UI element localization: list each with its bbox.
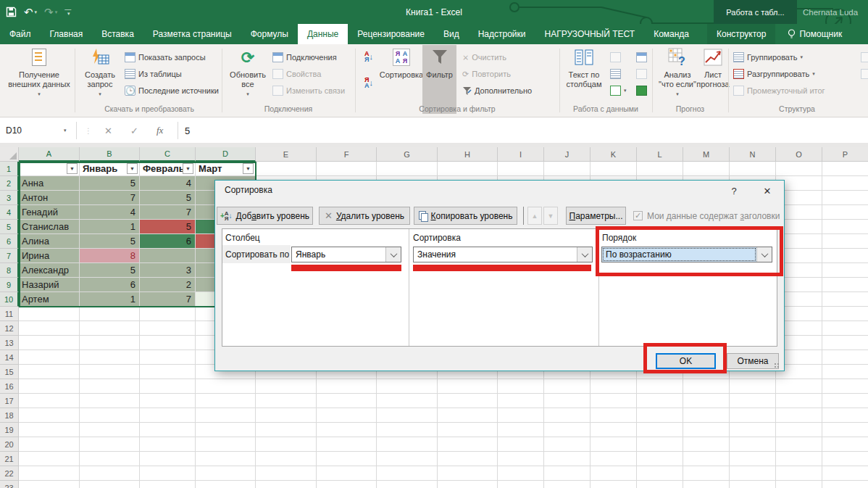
cell-E16[interactable] [256,379,317,394]
cell-C13[interactable] [140,336,196,350]
cell-J22[interactable] [544,466,591,481]
cell-B14[interactable] [80,350,140,365]
cell-L1[interactable] [637,162,683,176]
row-header-1[interactable]: 1 [0,162,19,176]
cell-C3[interactable]: 5 [140,191,196,205]
cell-O1[interactable] [776,162,822,176]
sort-az-button[interactable]: АЯ↓ [360,49,377,64]
filter-button-B1[interactable]: ▼ [127,163,138,174]
cell-A21[interactable] [19,452,80,466]
filter-button-C1[interactable]: ▼ [183,163,193,174]
clear-filter-button[interactable]: ⨯Очистить [462,50,506,65]
cell-G21[interactable] [377,452,438,466]
cell-K17[interactable] [591,394,637,408]
cell-A7[interactable]: Ирина [19,249,80,263]
data-validation-icon[interactable]: ▾ [610,83,627,98]
cell-B2[interactable]: 5 [80,176,140,191]
cell-A14[interactable] [19,350,80,365]
move-level-up-button[interactable]: ▲ [527,207,542,225]
cell-A6[interactable]: Алина [19,234,80,249]
cell-M1[interactable] [683,162,730,176]
undo-button[interactable]: ↶▾ [24,7,37,17]
formula-content[interactable]: 5 [185,122,190,139]
cell-K1[interactable] [591,162,637,176]
from-table-button[interactable]: Из таблицы [125,67,182,81]
cell-H20[interactable] [438,437,498,452]
cell-D20[interactable] [196,437,256,452]
cell-I1[interactable] [498,162,544,176]
cell-D17[interactable] [196,394,256,408]
cell-A2[interactable]: Анна [19,176,80,191]
tab-addins[interactable]: Надстройки [469,24,535,44]
cell-C4[interactable]: 7 [140,205,196,220]
cancel-button[interactable]: Отмена [727,353,779,369]
undo-caret-icon[interactable]: ▾ [35,9,38,15]
refresh-all-button[interactable]: ⟳ Обновить все▾ [228,46,268,99]
cell-B3[interactable]: 7 [80,191,140,205]
cell-G22[interactable] [377,466,438,481]
cell-B23[interactable] [80,481,140,488]
consolidate-icon[interactable] [636,50,647,65]
cell-K18[interactable] [591,408,637,423]
cell-C18[interactable] [140,408,196,423]
cell-I17[interactable] [498,394,544,408]
cell-D19[interactable] [196,423,256,437]
cell-C14[interactable] [140,350,196,365]
group-button[interactable]: Группировать▾ [733,50,803,65]
cell-P12[interactable] [822,321,868,336]
row-header-11[interactable]: 11 [0,307,19,321]
cell-G20[interactable] [377,437,438,452]
cell-G18[interactable] [377,408,438,423]
cell-N23[interactable] [730,481,776,488]
cell-B7[interactable]: 8 [80,249,140,263]
cell-P23[interactable] [822,481,868,488]
cell-G23[interactable] [377,481,438,488]
cell-A16[interactable] [19,379,80,394]
cell-D21[interactable] [196,452,256,466]
col-header-H[interactable]: H [438,147,498,162]
cell-B15[interactable] [80,365,140,379]
cell-C1[interactable]: Февраль▼ [140,162,196,176]
cell-E18[interactable] [256,408,317,423]
cell-H23[interactable] [438,481,498,488]
cell-A12[interactable] [19,321,80,336]
col-header-O[interactable]: O [776,147,822,162]
cell-G19[interactable] [377,423,438,437]
cell-A23[interactable] [19,481,80,488]
row-header-10[interactable]: 10 [0,292,19,307]
cell-A5[interactable]: Станислав [19,220,80,234]
cell-B6[interactable]: 5 [80,234,140,249]
properties-button[interactable]: Свойства [272,67,321,81]
cell-O21[interactable] [776,452,822,466]
select-all-corner[interactable] [0,147,19,162]
show-queries-button[interactable]: Показать запросы [125,50,206,65]
save-icon[interactable] [6,7,17,17]
cell-B5[interactable]: 1 [80,220,140,234]
row-header-16[interactable]: 16 [0,379,19,394]
row-header-20[interactable]: 20 [0,437,19,452]
tab-data[interactable]: Данные [298,24,348,44]
relationships-icon[interactable] [636,67,647,81]
row-header-13[interactable]: 13 [0,336,19,350]
new-query-button[interactable]: Создать запрос▾ [78,46,122,99]
cell-D18[interactable] [196,408,256,423]
cell-B8[interactable]: 5 [80,263,140,278]
cell-M17[interactable] [683,394,730,408]
cell-C6[interactable]: 6 [140,234,196,249]
col-header-A[interactable]: A [19,147,80,162]
cell-B4[interactable]: 4 [80,205,140,220]
row-header-7[interactable]: 7 [0,249,19,263]
row-header-12[interactable]: 12 [0,321,19,336]
cell-F16[interactable] [317,379,377,394]
cell-N1[interactable] [730,162,776,176]
cell-A1[interactable]: ▼ [19,162,80,176]
row-header-14[interactable]: 14 [0,350,19,365]
connections-button[interactable]: Подключения [272,50,337,65]
cell-H18[interactable] [438,408,498,423]
cell-A13[interactable] [19,336,80,350]
cell-I21[interactable] [498,452,544,466]
cell-L22[interactable] [637,466,683,481]
cell-P16[interactable] [822,379,868,394]
cell-J18[interactable] [544,408,591,423]
cell-D22[interactable] [196,466,256,481]
